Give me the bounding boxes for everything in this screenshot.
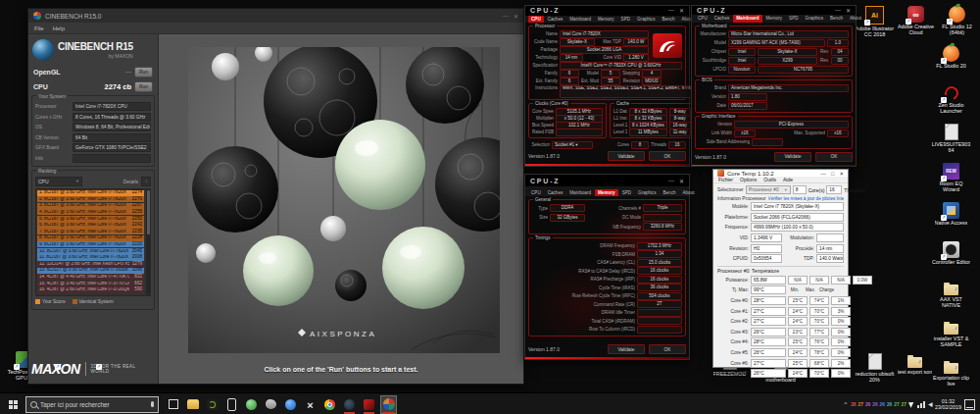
cpuz-tab[interactable]: Graphics <box>634 16 658 24</box>
close-button[interactable]: ✕ <box>679 7 684 14</box>
tray-core-temp[interactable]: 27 <box>894 402 899 407</box>
coretemp-titlebar[interactable]: Core Temp 1.10.2 — □ ✕ <box>713 170 848 177</box>
tray-core-temp[interactable]: 27 <box>902 402 906 407</box>
start-button[interactable] <box>0 393 25 414</box>
cpuz-tab[interactable]: Bench <box>660 189 678 197</box>
minimize-button[interactable]: — <box>821 171 827 177</box>
ranking-row[interactable]: 13. 6C/12T @ 3.30 GHz, Intel Core i7-393… <box>37 268 144 274</box>
desktop-shortcut[interactable]: REW Room EQ Wizard <box>931 163 971 202</box>
close-button[interactable]: ✕ <box>846 7 851 14</box>
desktop-shortcut[interactable]: installer VST & SAMPLE <box>931 320 971 359</box>
cpuz-tab[interactable]: Bench <box>659 16 677 24</box>
ranking-filter-dropdown[interactable]: CPU ▼ <box>35 177 82 186</box>
ranking-scrollbar[interactable] <box>146 189 150 295</box>
cpuz-tab[interactable]: Mainboard <box>733 15 761 23</box>
action-center-icon[interactable] <box>964 399 975 410</box>
close-button[interactable]: ✕ <box>839 171 844 177</box>
opengl-run-button[interactable]: Run <box>134 67 153 78</box>
socket-selector[interactable]: Socket #1 ▾ <box>552 141 593 149</box>
desktop-shortcut[interactable]: Native Access <box>931 202 971 241</box>
ranking-row[interactable]: 15. 4C/8T @ 3.40 GHz, Intel Core i7-3770… <box>37 281 144 286</box>
taskbar-app-icon[interactable] <box>243 395 260 414</box>
desktop-shortcut[interactable]: reduction ubisoft 20% <box>855 353 895 383</box>
validate-button[interactable]: Validate <box>608 344 645 354</box>
ranking-list[interactable]: 1. 8C/16T @ 3.60 GHz, Intel Core i7-7820… <box>35 188 151 296</box>
close-button[interactable]: ✕ <box>514 13 518 20</box>
cpu-run-button[interactable]: Run <box>134 81 153 92</box>
maximize-button[interactable]: □ <box>831 171 834 177</box>
desktop-shortcut[interactable]: Zen Studio Launcher <box>931 84 971 124</box>
taskbar-app-icon[interactable] <box>165 395 181 414</box>
desktop-shortcut[interactable]: ∞ Adobe Creative Cloud <box>896 6 936 37</box>
cpuz-tab[interactable]: CPU <box>528 16 544 24</box>
minimize-button[interactable]: — <box>668 7 674 14</box>
scrollbar-thumb[interactable] <box>147 190 150 234</box>
ranking-row[interactable]: 2. 8C/16T @ 3.60 GHz, Intel Core i7-7820… <box>37 196 144 202</box>
tray-core-temp[interactable]: 26 <box>887 402 892 407</box>
cpuz-tab[interactable]: Memory <box>595 189 618 197</box>
taskbar-app-icon[interactable] <box>263 395 279 414</box>
taskbar-app-icon[interactable] <box>380 395 397 414</box>
cpuz-tab[interactable]: CPU <box>695 15 710 23</box>
menu-item[interactable]: Aide <box>783 177 793 182</box>
cpuz-titlebar[interactable]: CPU-Z —✕ <box>525 175 689 186</box>
ranking-row[interactable]: 3. 8C/16T @ 3.60 GHz, Intel Core i7-7820… <box>37 203 144 209</box>
cpuz-tab[interactable]: Graphics <box>635 189 659 197</box>
taskbar-app-icon[interactable] <box>282 395 299 414</box>
microphone-icon[interactable] <box>151 401 154 407</box>
validate-button[interactable]: Validate <box>774 152 811 162</box>
taskbar-app-icon[interactable] <box>321 395 338 414</box>
cpuz-tab[interactable]: Graphics <box>803 15 826 23</box>
menu-item[interactable]: Outils <box>763 177 776 182</box>
cpuz-tab[interactable]: Caches <box>545 189 566 197</box>
cpuz-tab[interactable]: About <box>680 189 698 197</box>
ok-button[interactable]: OK <box>649 151 686 161</box>
tray-core-temp[interactable]: 27 <box>858 402 863 407</box>
desktop-shortcut[interactable]: Controller Editor <box>931 241 971 281</box>
cpuz-tab[interactable]: Memory <box>595 16 617 24</box>
validate-button[interactable]: Validate <box>608 151 645 161</box>
ranking-row[interactable]: 9. 8C/16T @ 3.60 GHz, Intel Core i7-7820… <box>37 241 144 247</box>
taskbar-app-icon[interactable] <box>341 395 358 414</box>
ranking-row[interactable]: 4. 8C/16T @ 3.60 GHz, Intel Core i7-7820… <box>37 209 144 215</box>
tray-core-temp[interactable]: 26 <box>872 402 877 407</box>
ranking-row[interactable]: 1. 8C/16T @ 3.60 GHz, Intel Core i7-7820… <box>37 190 144 196</box>
taskbar-search-input[interactable]: Taper ici pour rechercher <box>25 396 159 413</box>
cpuz-titlebar[interactable]: CPU-Z —✕ <box>525 6 689 16</box>
ranking-row[interactable]: 11. 8C/16T @ 3.60 GHz, Intel Core i7-782… <box>37 254 144 260</box>
menu-item[interactable]: Options <box>740 177 757 182</box>
desktop-shortcut[interactable]: FL Studio 20 <box>931 45 971 84</box>
ranking-row[interactable]: 10. 8C/16T @ 3.60 GHz, Intel Core i7-782… <box>37 248 144 254</box>
cpuz-titlebar[interactable]: CPU-Z —✕ <box>692 6 856 15</box>
processor-selector[interactable]: Processeur #0▼ <box>746 185 791 194</box>
taskbar-app-icon[interactable] <box>223 395 240 414</box>
cpuz-tab[interactable]: Memory <box>763 15 786 23</box>
ranking-row[interactable]: 12. 12C/24T @ 2.66 GHz, Intel Xeon CPU X… <box>37 261 144 267</box>
minimize-button[interactable]: — <box>835 7 841 14</box>
cpuz-tab[interactable]: SPD <box>619 189 634 197</box>
ok-button[interactable]: OK <box>815 152 853 162</box>
cpuz-tab[interactable]: Caches <box>711 15 733 23</box>
cpuz-tab[interactable]: SPD <box>786 15 801 23</box>
network-icon[interactable] <box>917 401 925 408</box>
cpuz-tab[interactable]: CPU <box>528 189 544 197</box>
volume-icon[interactable]: ◀) <box>928 401 932 407</box>
menu-item[interactable]: Fichier <box>718 177 733 182</box>
cpuz-tab[interactable]: Mainboard <box>566 189 594 197</box>
close-button[interactable]: ✕ <box>679 178 684 184</box>
hidden-icons-chevron[interactable]: ^ <box>844 401 847 407</box>
ranking-row[interactable]: 5. 8C/16T @ 3.60 GHz, Intel Core i7-7820… <box>37 216 144 222</box>
menu-item[interactable]: Help <box>53 26 65 31</box>
cpuz-tab[interactable]: About <box>847 15 864 23</box>
details-toggle-button[interactable]: ↕ <box>141 177 151 186</box>
cpuz-tab[interactable]: Caches <box>545 16 566 24</box>
ok-button[interactable]: OK <box>649 344 686 354</box>
intel-driver-update-link[interactable]: Vérifier les mises à jour de pilotes Int… <box>768 196 844 201</box>
desktop-shortcut[interactable]: AAX VST NATIVE <box>931 281 971 320</box>
taskbar-app-icon[interactable] <box>184 395 201 414</box>
ranking-row[interactable]: 6. 8C/16T @ 3.60 GHz, Intel Core i7-7820… <box>37 222 144 228</box>
tray-core-temp[interactable]: 26 <box>865 402 870 407</box>
cpuz-tab[interactable]: Bench <box>827 15 846 23</box>
ranking-row[interactable]: 14. 4C/8T @ 4.40 GHz, Intel Core i7-4770… <box>37 274 144 280</box>
cpuz-tab[interactable]: SPD <box>618 16 633 24</box>
